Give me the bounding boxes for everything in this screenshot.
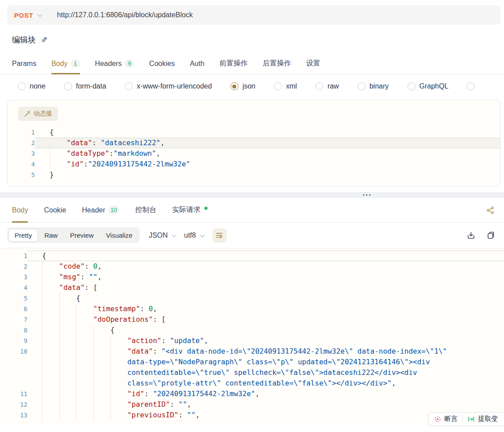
title-row: 编辑块 ✎ — [12, 35, 504, 45]
response-toolbar: Pretty Raw Preview Visualize JSON utf8 — [0, 223, 504, 248]
radio-binary[interactable]: binary — [358, 82, 389, 90]
radio-circle — [18, 82, 26, 90]
view-preview[interactable]: Preview — [64, 229, 100, 242]
radio-graphql[interactable]: GraphQL — [408, 82, 449, 90]
headers-count-badge: 9 — [125, 59, 134, 68]
share-button[interactable] — [486, 206, 495, 215]
radio-partial[interactable] — [467, 82, 479, 90]
radio-circle-selected — [231, 82, 239, 90]
assert-button[interactable]: 断言 — [434, 415, 458, 423]
radio-form-data[interactable]: form-data — [64, 82, 106, 90]
radio-circle — [274, 82, 282, 90]
tab-headers[interactable]: Headers 9 — [95, 53, 134, 74]
copy-icon — [487, 231, 495, 239]
radio-circle — [467, 82, 475, 90]
tab-response-cookie[interactable]: Cookie — [44, 198, 66, 222]
tab-response-body[interactable]: Body — [12, 198, 28, 222]
url-input[interactable]: http://127.0.0.1:6806/api/block/updateBl… — [57, 11, 193, 19]
tab-body[interactable]: Body 1 — [51, 53, 80, 74]
response-json-viewer[interactable]: 1{2"code": 0,3"msg": "",4"data": [5{6"ti… — [0, 248, 504, 425]
method-label: POST — [14, 12, 33, 19]
download-icon — [467, 231, 475, 239]
edit-pencil-icon[interactable]: ✎ — [41, 35, 47, 45]
body-type-radios: none form-data x-www-form-urlencoded jso… — [0, 74, 504, 96]
tab-params[interactable]: Params — [12, 53, 36, 74]
tab-actual-request[interactable]: 实际请求 — [172, 198, 208, 222]
dynamic-value-button[interactable]: 动态值 — [18, 107, 58, 121]
page-title: 编辑块 — [12, 35, 36, 45]
radio-circle — [408, 82, 416, 90]
request-body-panel: 动态值 1{2"data": "dataceshi222",3"dataType… — [7, 100, 500, 187]
api-client-window: { "request_bar": { "method": "POST", "ur… — [0, 0, 504, 432]
request-tabs: Params Body 1 Headers 9 Cookies Auth 前置操… — [0, 53, 504, 74]
chevron-down-icon — [172, 232, 177, 237]
download-button[interactable] — [467, 231, 475, 239]
radio-xml[interactable]: xml — [274, 82, 297, 90]
view-visualize[interactable]: Visualize — [100, 229, 139, 242]
drag-handle-icon[interactable]: ••• — [363, 192, 372, 198]
extract-variable-icon — [468, 416, 475, 423]
tab-auth[interactable]: Auth — [190, 53, 204, 74]
extract-variable-button[interactable]: 提取变 — [468, 415, 498, 423]
status-dot — [204, 207, 208, 210]
tab-pre-operations[interactable]: 前置操作 — [219, 53, 248, 74]
radio-circle — [64, 82, 72, 90]
response-actions — [467, 231, 497, 239]
radio-x-www-form-urlencoded[interactable]: x-www-form-urlencoded — [125, 82, 212, 90]
chevron-down-icon — [200, 232, 204, 237]
request-url-bar: POST http://127.0.0.1:6806/api/block/upd… — [7, 5, 500, 25]
word-wrap-icon — [215, 231, 223, 239]
format-select[interactable]: JSON — [149, 231, 175, 239]
view-pretty[interactable]: Pretty — [8, 229, 38, 242]
radio-raw[interactable]: raw — [315, 82, 339, 90]
tab-response-header[interactable]: Header 10 — [82, 198, 119, 222]
copy-button[interactable] — [487, 231, 495, 239]
response-tabs: Body Cookie Header 10 控制台 实际请求 — [0, 198, 504, 223]
method-select[interactable]: POST — [7, 12, 41, 19]
view-switcher: Pretty Raw Preview Visualize — [7, 228, 140, 243]
radio-none[interactable]: none — [18, 82, 46, 90]
radio-circle — [315, 82, 323, 90]
header-count-badge: 10 — [108, 205, 119, 215]
tab-post-operations[interactable]: 后置操作 — [263, 53, 291, 74]
divider — [462, 416, 463, 423]
word-wrap-button[interactable] — [212, 228, 227, 243]
assert-toolbar: 断言 提取变 — [428, 412, 504, 426]
view-raw[interactable]: Raw — [38, 229, 64, 242]
radio-circle — [358, 82, 365, 90]
radio-circle — [125, 82, 133, 90]
assert-target-icon — [434, 416, 441, 423]
share-icon — [486, 206, 495, 215]
tab-cookies[interactable]: Cookies — [149, 53, 175, 74]
tab-settings[interactable]: 设置 — [306, 53, 320, 74]
magic-wand-icon — [24, 111, 31, 117]
request-json-editor[interactable]: 1{2"data": "dataceshi222",3"dataType":"m… — [8, 127, 500, 180]
chevron-down-icon — [38, 12, 42, 17]
tab-console[interactable]: 控制台 — [135, 198, 156, 222]
radio-json[interactable]: json — [231, 82, 255, 90]
body-count-badge: 1 — [71, 59, 80, 68]
pane-splitter[interactable]: ••• — [0, 192, 504, 198]
encoding-select[interactable]: utf8 — [184, 231, 204, 239]
